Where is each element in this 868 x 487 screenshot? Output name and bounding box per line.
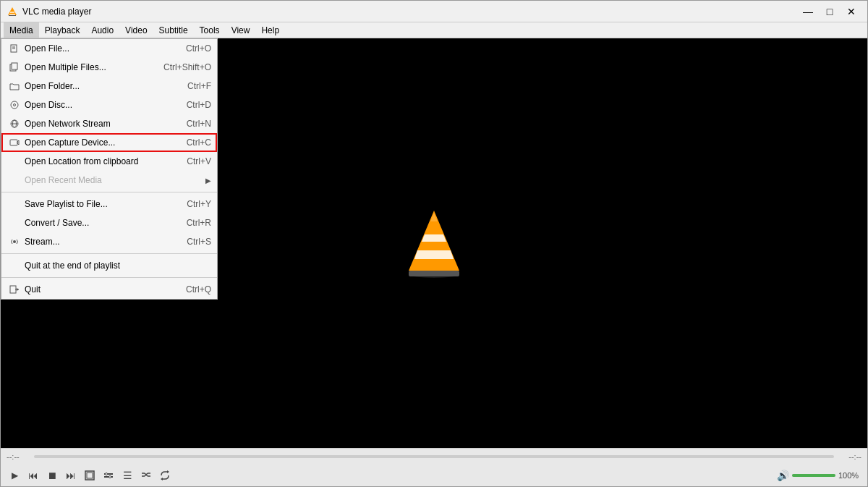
svg-marker-19 (17, 288, 19, 291)
open-recent-label: Open Recent Media (25, 175, 205, 185)
seek-bar[interactable] (34, 455, 834, 458)
volume-bar[interactable] (792, 474, 835, 477)
open-disc-icon (7, 99, 22, 111)
menu-item-tools[interactable]: Tools (194, 22, 226, 38)
menu-bar: Media Playback Audio Video Subtitle Tool… (1, 22, 867, 38)
next-button[interactable]: ⏭ (63, 467, 79, 483)
menu-item-playback[interactable]: Playback (39, 22, 86, 38)
quit-shortcut: Ctrl+Q (186, 284, 211, 295)
svg-rect-17 (10, 286, 16, 293)
open-file-label: Open File... (25, 43, 171, 54)
quit-end-icon (7, 260, 22, 271)
menu-quit[interactable]: Quit Ctrl+Q (1, 280, 217, 299)
convert-shortcut: Ctrl+R (187, 218, 211, 228)
minimize-button[interactable]: — (798, 4, 818, 19)
random-button[interactable] (138, 467, 154, 483)
loop-button[interactable] (157, 467, 173, 483)
svg-marker-22 (422, 234, 446, 242)
volume-fill (792, 474, 835, 477)
controls-area: --:-- --:-- ▶ ⏮ ⏹ ⏭ (1, 448, 867, 486)
save-playlist-shortcut: Ctrl+Y (187, 199, 211, 209)
open-capture-shortcut: Ctrl+C (187, 137, 211, 148)
convert-icon (7, 217, 22, 229)
seek-end: --:-- (840, 452, 861, 461)
svg-rect-27 (87, 473, 93, 478)
close-button[interactable]: ✕ (841, 4, 861, 19)
menu-item-help[interactable]: Help (255, 22, 285, 38)
menu-open-capture[interactable]: Open Capture Device... Ctrl+C (1, 133, 217, 152)
open-multiple-icon (7, 62, 22, 73)
separator-1 (1, 192, 217, 192)
svg-marker-23 (414, 250, 454, 259)
svg-point-16 (13, 240, 16, 243)
control-buttons: ▶ ⏮ ⏹ ⏭ (1, 465, 867, 486)
stream-shortcut: Ctrl+S (187, 237, 211, 247)
menu-open-multiple[interactable]: Open Multiple Files... Ctrl+Shift+O (1, 58, 217, 77)
open-location-shortcut: Ctrl+V (187, 156, 211, 166)
open-network-icon (7, 118, 22, 130)
loop-icon (160, 470, 170, 480)
svg-point-9 (11, 101, 18, 109)
open-location-label: Open Location from clipboard (25, 156, 172, 166)
menu-open-file[interactable]: Open File... Ctrl+O (1, 39, 217, 58)
menu-save-playlist[interactable]: Save Playlist to File... Ctrl+Y (1, 195, 217, 213)
playlist-button[interactable]: ☰ (119, 467, 135, 483)
app-icon (7, 6, 18, 17)
extended-button[interactable] (101, 467, 116, 483)
menu-item-media[interactable]: Media (4, 22, 39, 38)
seek-start: --:-- (7, 452, 28, 461)
menu-open-location[interactable]: Open Location from clipboard Ctrl+V (1, 152, 217, 171)
open-folder-icon (7, 80, 22, 92)
menu-quit-end[interactable]: Quit at the end of playlist (1, 256, 217, 275)
menu-item-subtitle[interactable]: Subtitle (153, 22, 194, 38)
svg-rect-2 (9, 14, 15, 15)
svg-rect-8 (12, 63, 17, 69)
menu-item-audio[interactable]: Audio (85, 22, 119, 38)
open-multiple-label: Open Multiple Files... (25, 62, 149, 72)
menu-open-network[interactable]: Open Network Stream Ctrl+N (1, 114, 217, 133)
menu-open-recent[interactable]: Open Recent Media ▶ (1, 171, 217, 190)
menu-item-video[interactable]: Video (119, 22, 153, 38)
title-bar: VLC media player — □ ✕ (1, 1, 867, 22)
menu-stream[interactable]: Stream... Ctrl+S (1, 232, 217, 251)
quit-label: Quit (25, 284, 171, 295)
vlc-logo (401, 207, 467, 279)
open-recent-arrow: ▶ (205, 177, 211, 185)
menu-convert[interactable]: Convert / Save... Ctrl+R (1, 213, 217, 232)
open-file-shortcut: Ctrl+O (186, 43, 211, 54)
volume-icon: 🔊 (777, 470, 789, 481)
open-disc-shortcut: Ctrl+D (187, 100, 211, 110)
maximize-button[interactable]: □ (820, 4, 840, 19)
stop-button[interactable]: ⏹ (44, 467, 60, 483)
open-recent-icon (7, 174, 22, 186)
svg-rect-24 (409, 271, 459, 276)
save-playlist-label: Save Playlist to File... (25, 199, 172, 209)
prev-button[interactable]: ⏮ (25, 467, 41, 483)
window-controls: — □ ✕ (798, 4, 861, 19)
seek-bar-area: --:-- --:-- (1, 449, 867, 465)
svg-point-31 (109, 476, 111, 478)
menu-open-disc[interactable]: Open Disc... Ctrl+D (1, 96, 217, 114)
menu-open-folder[interactable]: Open Folder... Ctrl+F (1, 77, 217, 96)
svg-marker-39 (161, 478, 163, 480)
fullscreen-button[interactable] (82, 467, 98, 483)
quit-end-label: Quit at the end of playlist (25, 261, 197, 271)
fullscreen-icon (85, 470, 95, 480)
svg-marker-38 (167, 470, 169, 473)
menu-item-view[interactable]: View (226, 22, 256, 38)
svg-point-30 (106, 473, 108, 475)
media-dropdown: Open File... Ctrl+O Open Multiple Files.… (1, 38, 218, 300)
open-capture-icon (7, 137, 22, 148)
convert-label: Convert / Save... (25, 218, 172, 228)
stream-icon (7, 236, 22, 247)
stream-label: Stream... (25, 237, 172, 247)
volume-area: 🔊 100% (777, 470, 861, 481)
separator-2 (1, 253, 217, 254)
play-button[interactable]: ▶ (7, 467, 22, 483)
window-title: VLC media player (22, 7, 798, 17)
open-folder-label: Open Folder... (25, 81, 173, 91)
open-location-icon (7, 156, 22, 167)
vlc-window: VLC media player — □ ✕ Media Playback Au… (0, 0, 868, 487)
separator-3 (1, 277, 217, 278)
open-network-label: Open Network Stream (25, 119, 172, 129)
